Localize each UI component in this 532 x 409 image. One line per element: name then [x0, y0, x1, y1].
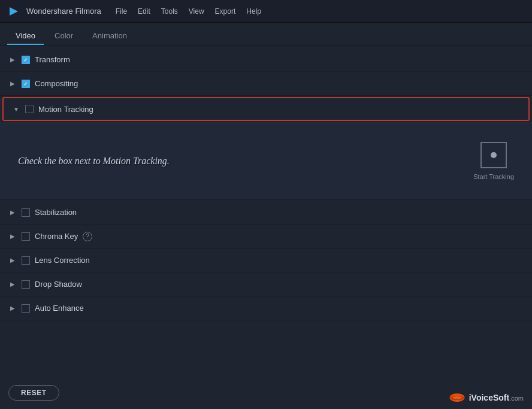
section-label-chroma-key: Chroma Key	[35, 232, 78, 241]
menu-edit[interactable]: Edit	[138, 7, 150, 16]
section-motion-tracking[interactable]: Motion Tracking	[2, 97, 530, 121]
arrow-icon-auto-enhance	[8, 304, 17, 313]
section-transform[interactable]: Transform	[0, 48, 532, 72]
help-icon-chroma-key[interactable]: ?	[83, 232, 92, 241]
branding-name: iVoiceSoft.com	[469, 393, 524, 402]
branding: iVoiceSoft.com	[449, 392, 524, 403]
tab-color[interactable]: Color	[46, 28, 81, 45]
section-auto-enhance[interactable]: Auto Enhance	[0, 296, 532, 320]
menu-help[interactable]: Help	[246, 7, 261, 16]
menu-tools[interactable]: Tools	[161, 7, 178, 16]
start-tracking-area: Start Tracking	[473, 142, 514, 180]
menu-export[interactable]: Export	[215, 7, 236, 16]
checkbox-drop-shadow[interactable]	[22, 280, 30, 289]
menu-view[interactable]: View	[189, 7, 204, 16]
menu-bar: File Edit Tools View Export Help	[116, 7, 261, 16]
section-label-auto-enhance: Auto Enhance	[35, 304, 84, 313]
start-tracking-label: Start Tracking	[473, 173, 514, 180]
section-label-transform: Transform	[35, 55, 70, 64]
svg-marker-0	[10, 7, 18, 16]
section-label-drop-shadow: Drop Shadow	[35, 280, 82, 289]
section-label-lens-correction: Lens Correction	[35, 256, 90, 265]
tab-bar: Video Color Animation	[0, 23, 532, 46]
title-bar: Wondershare Filmora File Edit Tools View…	[0, 0, 532, 23]
checkbox-transform[interactable]	[22, 56, 30, 64]
section-stabilization[interactable]: Stabilization	[0, 201, 532, 225]
app-logo	[7, 5, 20, 18]
checkbox-stabilization[interactable]	[22, 208, 30, 217]
arrow-icon-chroma-key	[8, 232, 17, 241]
section-lens-correction[interactable]: Lens Correction	[0, 249, 532, 272]
arrow-icon-stabilization	[8, 208, 17, 217]
checkbox-lens-correction[interactable]	[22, 256, 30, 265]
checkbox-auto-enhance[interactable]	[22, 304, 30, 313]
tab-video[interactable]: Video	[7, 28, 44, 45]
checkbox-compositing[interactable]	[22, 80, 30, 88]
checkbox-motion-tracking[interactable]	[25, 105, 34, 113]
menu-file[interactable]: File	[116, 7, 127, 16]
section-label-compositing: Compositing	[35, 79, 78, 88]
checkbox-chroma-key[interactable]	[22, 232, 30, 241]
check-instruction-text: Check the box next to Motion Tracking.	[18, 156, 170, 166]
section-compositing[interactable]: Compositing	[0, 72, 532, 96]
app-name: Wondershare Filmora	[26, 7, 101, 16]
arrow-icon-motion-tracking	[12, 105, 20, 113]
properties-panel: Transform Compositing Motion Tracking Ch…	[0, 46, 532, 323]
section-chroma-key[interactable]: Chroma Key ?	[0, 225, 532, 249]
arrow-icon-compositing	[8, 80, 17, 88]
tracking-icon[interactable]	[480, 142, 507, 168]
arrow-icon-transform	[8, 56, 17, 64]
section-label-motion-tracking: Motion Tracking	[38, 105, 93, 114]
branding-logo-icon	[449, 392, 466, 403]
tab-animation[interactable]: Animation	[84, 28, 135, 45]
section-drop-shadow[interactable]: Drop Shadow	[0, 272, 532, 296]
reset-button[interactable]: RESET	[8, 385, 59, 401]
arrow-icon-drop-shadow	[8, 280, 17, 289]
motion-tracking-panel: Check the box next to Motion Tracking. S…	[0, 122, 532, 200]
arrow-icon-lens-correction	[8, 256, 17, 265]
section-label-stabilization: Stabilization	[35, 208, 77, 217]
